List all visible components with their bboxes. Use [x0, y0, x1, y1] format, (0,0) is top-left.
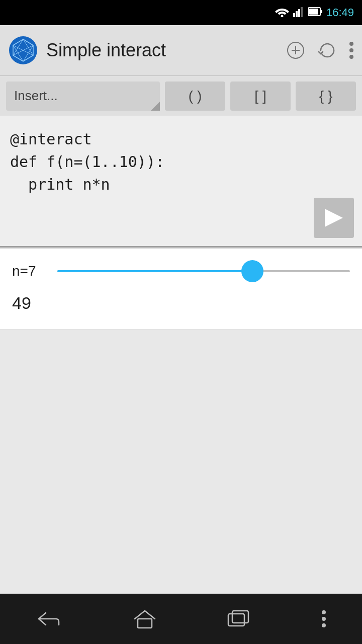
- app-bar: Simple interact: [0, 25, 362, 75]
- curly-button[interactable]: { }: [296, 82, 356, 111]
- svg-rect-24: [232, 611, 248, 623]
- toolbar-row: Insert... ( ) [ ] { }: [0, 75, 362, 116]
- more-nav-button[interactable]: [321, 610, 326, 628]
- svg-point-25: [322, 610, 326, 614]
- recents-nav-button[interactable]: [227, 610, 249, 628]
- wifi-icon: [275, 6, 289, 19]
- svg-rect-23: [228, 614, 244, 626]
- svg-rect-6: [309, 9, 318, 15]
- app-title: Simple interact: [46, 40, 278, 61]
- status-icons: 16:49: [275, 6, 354, 19]
- svg-point-21: [349, 55, 353, 59]
- code-content[interactable]: @interact def f(n=(1..10)): print n*n: [10, 128, 352, 196]
- battery-icon: [308, 7, 322, 19]
- play-icon: [325, 209, 343, 227]
- signal-icon: [293, 6, 304, 19]
- home-nav-button[interactable]: [134, 609, 156, 629]
- svg-point-19: [349, 42, 353, 46]
- svg-point-20: [349, 48, 353, 52]
- code-area: @interact def f(n=(1..10)): print n*n: [0, 116, 362, 246]
- code-divider: [0, 246, 362, 248]
- svg-rect-22: [138, 619, 152, 628]
- svg-rect-1: [293, 13, 295, 17]
- more-icon[interactable]: [349, 41, 354, 59]
- svg-point-27: [322, 623, 326, 627]
- run-button[interactable]: [314, 198, 354, 238]
- back-nav-button[interactable]: [36, 610, 62, 628]
- slider-container[interactable]: [57, 261, 350, 281]
- svg-rect-7: [320, 10, 322, 13]
- app-bar-actions: [286, 40, 354, 60]
- add-icon[interactable]: [286, 40, 306, 60]
- svg-rect-2: [296, 11, 298, 17]
- output-value: 49: [12, 293, 350, 313]
- paren-button[interactable]: ( ): [165, 82, 225, 111]
- slider-label: n=7: [12, 263, 47, 279]
- empty-area: [0, 330, 362, 531]
- slider-row: n=7: [12, 261, 350, 281]
- status-bar: 16:49: [0, 0, 362, 25]
- status-time: 16:49: [326, 6, 354, 19]
- bottom-nav: [0, 594, 362, 644]
- refresh-icon[interactable]: [318, 41, 337, 60]
- svg-rect-4: [301, 7, 303, 17]
- bracket-button[interactable]: [ ]: [230, 82, 291, 111]
- svg-point-26: [322, 617, 326, 621]
- svg-rect-3: [298, 9, 300, 17]
- svg-point-0: [281, 15, 283, 18]
- insert-button[interactable]: Insert...: [6, 82, 160, 111]
- app-logo: [8, 35, 38, 65]
- interactive-panel: n=7 49: [0, 249, 362, 330]
